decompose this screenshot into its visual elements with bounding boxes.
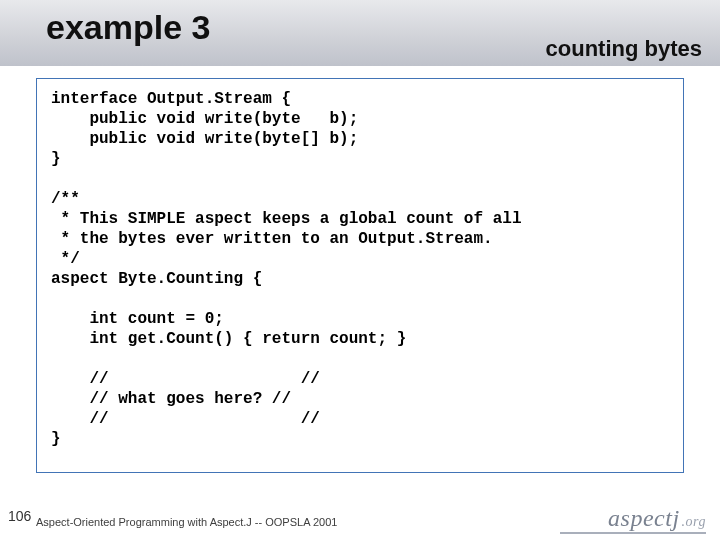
code-listing: interface Output.Stream { public void wr… [51, 89, 669, 449]
aspectj-logo: aspectj.org [608, 505, 706, 532]
footer-text: Aspect-Oriented Programming with Aspect.… [36, 516, 337, 528]
logo-main: aspectj [608, 505, 679, 531]
slide-title: example 3 [46, 8, 210, 47]
logo-suffix: .org [682, 514, 706, 529]
code-box: interface Output.Stream { public void wr… [36, 78, 684, 473]
page-number: 106 [8, 508, 31, 524]
slide: example 3 counting bytes interface Outpu… [0, 0, 720, 540]
logo-underline [560, 532, 706, 534]
slide-subtitle: counting bytes [546, 36, 702, 62]
